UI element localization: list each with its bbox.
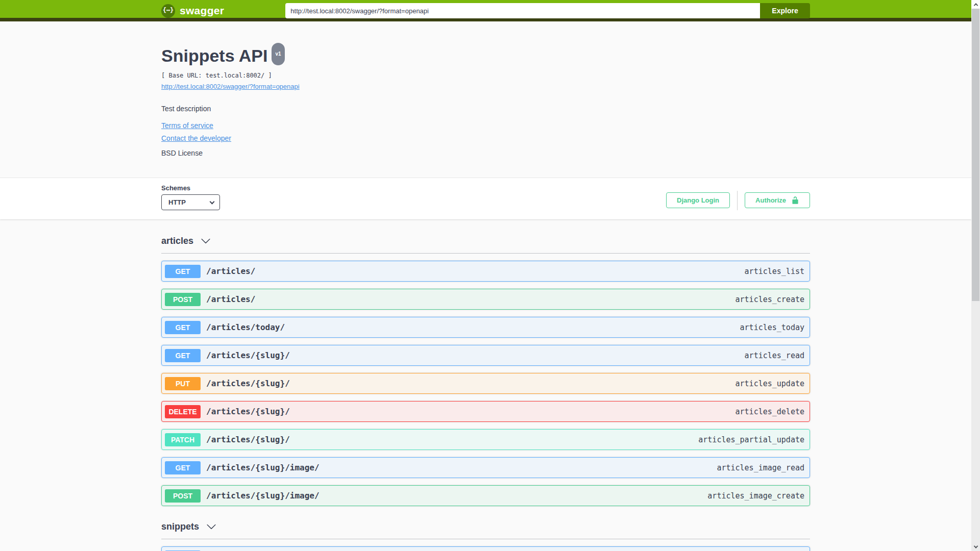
- spec-url-form: Explore: [285, 3, 810, 18]
- version-badge: v1: [272, 43, 284, 65]
- endpoint-path: /articles/{slug}/: [206, 379, 290, 388]
- django-login-label: Django Login: [677, 196, 719, 204]
- schemes-select[interactable]: HTTP: [161, 194, 220, 210]
- endpoint-path: /articles/today/: [206, 322, 285, 332]
- method-badge: POST: [165, 489, 201, 503]
- operation-id: articles_create: [736, 295, 804, 304]
- chevron-up-icon: [973, 3, 977, 7]
- method-badge: DELETE: [165, 405, 201, 418]
- endpoint-path: /articles/{slug}/image/: [206, 463, 320, 472]
- swagger-logo: {⋯} swagger: [161, 4, 224, 18]
- tag-title: articles: [161, 235, 193, 247]
- endpoint-path: /articles/{slug}/: [206, 350, 290, 360]
- api-sections: articlesGET/articles/articles_listPOST/a…: [0, 219, 971, 551]
- endpoint-row[interactable]: PATCH/articles/{slug}/articles_partial_u…: [161, 429, 810, 450]
- chevron-down-icon: [201, 236, 211, 246]
- endpoint-row[interactable]: POST/articles/articles_create: [161, 289, 810, 310]
- endpoint-row[interactable]: GET/articles/articles_list: [161, 261, 810, 282]
- spec-url-input[interactable]: [285, 3, 760, 18]
- auth-divider: [737, 191, 738, 210]
- scheme-container: Schemes HTTP Django Login Authorize: [0, 178, 971, 219]
- endpoint-row[interactable]: GET/articles/{slug}/articles_read: [161, 345, 810, 366]
- topbar: {⋯} swagger Explore: [0, 0, 971, 21]
- authorize-button[interactable]: Authorize: [745, 192, 810, 208]
- operation-id: articles_partial_update: [698, 435, 804, 444]
- tag-header-snippets[interactable]: snippets: [161, 520, 810, 539]
- explore-button[interactable]: Explore: [760, 3, 810, 18]
- license-text: BSD License: [161, 149, 810, 157]
- chevron-down-icon: [206, 521, 216, 532]
- operation-id: articles_image_read: [717, 463, 804, 472]
- auth-area: Django Login Authorize: [666, 191, 810, 210]
- method-badge: GET: [165, 321, 201, 334]
- swagger-page: {⋯} swagger Explore Snippets APIv1 [ Bas…: [0, 0, 971, 551]
- endpoint-row[interactable]: GET/articles/today/articles_today: [161, 317, 810, 338]
- endpoint-path: /articles/{slug}/: [206, 407, 290, 416]
- tag-header-articles[interactable]: articles: [161, 235, 810, 254]
- chevron-down-icon: [973, 544, 977, 548]
- info-section: Snippets APIv1 [ Base URL: test.local:80…: [0, 21, 971, 178]
- page-title: Snippets APIv1: [161, 46, 810, 68]
- operation-id: articles_update: [736, 379, 804, 388]
- terms-of-service-link[interactable]: Terms of service: [161, 121, 213, 130]
- spec-link[interactable]: http://test.local:8002/swagger/?format=o…: [161, 83, 300, 90]
- method-badge: GET: [165, 265, 201, 278]
- scrollbar-up-button[interactable]: [971, 0, 980, 9]
- authorize-label: Authorize: [755, 196, 786, 204]
- operation-id: articles_delete: [736, 407, 804, 416]
- method-badge: PATCH: [165, 433, 201, 446]
- endpoint-path: /articles/: [206, 294, 255, 304]
- django-login-button[interactable]: Django Login: [666, 192, 730, 208]
- base-url: [ Base URL: test.local:8002/ ]: [161, 72, 810, 79]
- operation-id: articles_read: [745, 351, 804, 360]
- scrollbar-thumb[interactable]: [972, 9, 979, 301]
- unlocked-padlock-icon: [791, 196, 799, 205]
- endpoint-path: /articles/{slug}/: [206, 435, 290, 444]
- endpoint-row[interactable]: PUT/articles/{slug}/articles_update: [161, 373, 810, 394]
- method-badge: GET: [165, 461, 201, 474]
- schemes-block: Schemes HTTP: [161, 184, 220, 210]
- swagger-logo-icon: {⋯}: [161, 4, 175, 18]
- brand-title: swagger: [180, 5, 224, 17]
- tag-section-snippets: snippetsGET/snippets/snippets_list: [161, 520, 810, 551]
- endpoint-row[interactable]: GET/articles/{slug}/image/articles_image…: [161, 457, 810, 478]
- endpoint-path: /articles/: [206, 266, 255, 276]
- endpoint-row[interactable]: POST/articles/{slug}/image/articles_imag…: [161, 485, 810, 506]
- method-badge: GET: [165, 349, 201, 362]
- schemes-label: Schemes: [161, 184, 220, 192]
- tag-title: snippets: [161, 520, 199, 533]
- api-title-text: Snippets API: [161, 46, 267, 65]
- method-badge: PUT: [165, 377, 201, 390]
- tag-section-articles: articlesGET/articles/articles_listPOST/a…: [161, 235, 810, 506]
- operation-id: articles_today: [740, 323, 804, 332]
- operation-id: articles_list: [745, 267, 804, 276]
- endpoint-row[interactable]: GET/snippets/snippets_list: [161, 546, 810, 551]
- method-badge: POST: [165, 293, 201, 306]
- scrollbar[interactable]: [971, 0, 980, 551]
- endpoint-path: /articles/{slug}/image/: [206, 491, 320, 500]
- endpoint-row[interactable]: DELETE/articles/{slug}/articles_delete: [161, 401, 810, 422]
- operation-id: articles_image_create: [707, 491, 804, 500]
- api-description: Test description: [161, 105, 810, 113]
- contact-developer-link[interactable]: Contact the developer: [161, 134, 231, 142]
- scrollbar-down-button[interactable]: [971, 542, 980, 551]
